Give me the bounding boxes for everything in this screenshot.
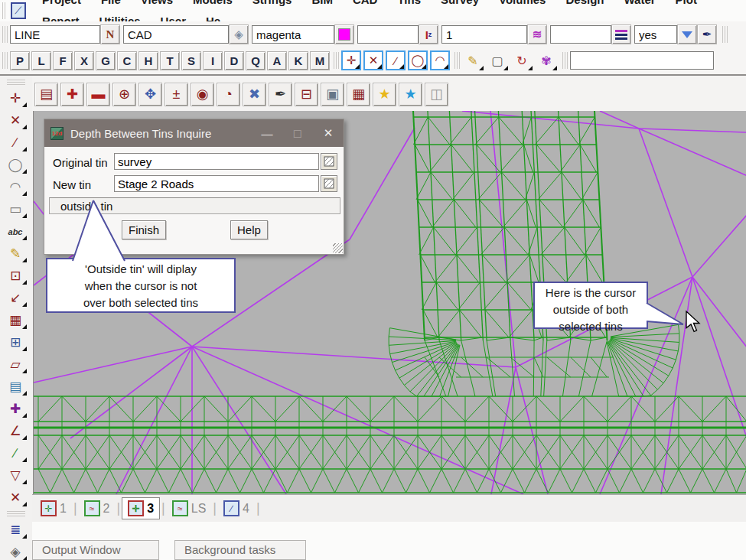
menu-item-design[interactable]: Design <box>555 0 614 11</box>
create-rectangle-icon[interactable]: ▭ <box>2 199 28 220</box>
menu-item-bim[interactable]: BIM <box>301 0 343 11</box>
cad-letter-button-c[interactable]: C <box>117 51 137 70</box>
toolbar-grip[interactable] <box>7 511 25 516</box>
pan-icon[interactable]: ✥ <box>138 83 162 106</box>
weight-input[interactable] <box>441 25 527 44</box>
toolbar-grip[interactable] <box>2 52 8 69</box>
function-input[interactable] <box>10 25 100 44</box>
view-tab-1[interactable]: ✛1 <box>35 498 72 519</box>
edit-pencil-icon[interactable]: ✎ <box>2 243 28 264</box>
cad-letter-button-p[interactable]: P <box>10 51 30 70</box>
cad-letter-button-q[interactable]: Q <box>246 51 265 70</box>
create-circle-icon[interactable]: ◯ <box>2 155 28 175</box>
cad-letter-button-a[interactable]: A <box>267 51 287 70</box>
background-tasks-panel[interactable]: Background tasks <box>174 540 306 560</box>
dialog-resize-grip[interactable] <box>333 243 343 253</box>
new-tin-picker-button[interactable] <box>321 175 337 192</box>
menu-item-water[interactable]: Water <box>614 0 665 11</box>
toolbar-grip[interactable] <box>2 2 7 19</box>
saved-views-icon[interactable]: ▤ <box>34 83 58 106</box>
toolbar-grip[interactable] <box>562 52 568 69</box>
cad-letter-button-l[interactable]: L <box>31 51 51 70</box>
tin-solid-icon[interactable]: ◈ <box>2 542 28 560</box>
view-tab-2[interactable]: ≈2 <box>79 498 116 519</box>
linestyle-input[interactable] <box>550 25 611 44</box>
menu-item-tins[interactable]: Tins <box>387 0 431 11</box>
colour-line-icon[interactable]: ∕ <box>2 443 28 464</box>
snap-arc-icon[interactable]: ◠ <box>430 50 450 70</box>
menu-item-views[interactable]: Views <box>131 0 183 11</box>
point-box-icon[interactable]: ⊡ <box>2 265 28 286</box>
copy-view-icon[interactable]: ▣ <box>321 83 344 106</box>
favourite-star-blue-icon[interactable]: ★ <box>399 83 422 106</box>
cad-page-icon[interactable]: ▢ <box>487 50 508 70</box>
menu-item-volumes[interactable]: Volumes <box>489 0 555 11</box>
toolbar-grip[interactable] <box>7 80 25 85</box>
view-tab-ls[interactable]: ≈LS <box>167 498 212 519</box>
image-icon[interactable]: ▤ <box>2 376 28 397</box>
close-button[interactable]: ✕ <box>313 126 344 140</box>
menu-item-survey[interactable]: Survey <box>431 0 489 11</box>
cad-letter-button-x[interactable]: X <box>74 51 94 70</box>
breakline-wave-icon[interactable]: ≋ <box>527 24 547 44</box>
redraw-icon[interactable]: ✒ <box>269 83 292 106</box>
new-tin-input[interactable] <box>114 175 319 192</box>
toolbar-grip[interactable] <box>722 26 728 43</box>
cad-letter-button-s[interactable]: S <box>181 51 201 70</box>
tinable-input[interactable] <box>634 25 677 44</box>
toolbar-grip[interactable] <box>2 26 8 43</box>
cad-pencil-icon[interactable]: ✎ <box>462 50 484 70</box>
eyedropper-icon[interactable]: ✒ <box>697 24 717 44</box>
delete-view-icon[interactable]: ✖ <box>243 83 266 106</box>
original-tin-picker-button[interactable] <box>321 153 337 170</box>
favourite-star-gold-icon[interactable]: ★ <box>373 83 396 106</box>
move-icon[interactable]: ✚ <box>2 399 28 419</box>
dialog-title-bar[interactable]: 12d Depth Between Tins Inquire — ◻ ✕ <box>44 119 344 147</box>
name-button[interactable]: N <box>100 24 120 44</box>
tinable-dropdown-button[interactable] <box>677 24 697 44</box>
layout-panes-icon[interactable]: ◫ <box>425 83 448 106</box>
zoom-level-icon[interactable]: ± <box>165 83 188 106</box>
menu-item-cad[interactable]: CAD <box>343 0 388 11</box>
measure-arrow-icon[interactable]: ↙ <box>2 288 28 308</box>
cad-letter-button-i[interactable]: I <box>203 51 223 70</box>
menu-item-plot[interactable]: Plot <box>666 0 707 11</box>
output-list-icon[interactable]: ≣ <box>2 519 28 540</box>
toolbar-grip[interactable] <box>454 52 460 69</box>
create-point-icon[interactable]: ✛ <box>2 88 28 109</box>
create-line-icon[interactable]: ∕ <box>2 132 28 153</box>
menu-item-strings[interactable]: Strings <box>243 0 302 11</box>
polygon-icon[interactable]: ▱ <box>2 354 28 375</box>
window-add-icon[interactable]: ⊞ <box>2 332 28 353</box>
height-z-icon[interactable]: Iz <box>419 24 438 44</box>
view-tab-4[interactable]: ∕4 <box>218 498 255 519</box>
cad-letter-button-k[interactable]: K <box>288 51 308 70</box>
toolbar-grip[interactable] <box>334 52 339 69</box>
create-arc-icon[interactable]: ◠ <box>2 177 28 197</box>
snap-node-icon[interactable]: ✕ <box>363 50 383 70</box>
height-input[interactable] <box>357 25 419 44</box>
cad-redo-icon[interactable]: ↻ <box>511 50 533 70</box>
output-window-panel[interactable]: Output Window <box>32 540 159 560</box>
colour-swatch-button[interactable] <box>334 24 354 44</box>
plot-view-icon[interactable]: ⊟ <box>295 83 318 106</box>
view-grid-icon[interactable]: ▦ <box>347 83 370 106</box>
cad-spiral-icon[interactable]: ✾ <box>536 50 557 70</box>
cad-letter-button-h[interactable]: H <box>138 51 158 70</box>
original-tin-input[interactable] <box>114 153 319 170</box>
menu-item-file[interactable]: File <box>91 0 131 11</box>
command-input[interactable] <box>570 51 714 70</box>
models-icon[interactable]: ◈ <box>229 24 249 44</box>
create-node-icon[interactable]: ✕ <box>2 110 28 131</box>
zoom-out-icon[interactable]: ▬ <box>86 83 110 106</box>
snap-line-icon[interactable]: ∕ <box>386 50 406 70</box>
help-button[interactable]: Help <box>230 220 268 239</box>
cad-letter-button-m[interactable]: M <box>310 51 330 70</box>
create-text-icon[interactable]: abc <box>2 221 28 242</box>
shield-polygon-icon[interactable]: ▽ <box>2 465 28 486</box>
delete-point-icon[interactable]: ✕ <box>2 487 28 508</box>
cad-letter-button-t[interactable]: T <box>160 51 180 70</box>
view-tab-3[interactable]: ✛3 <box>122 497 160 519</box>
angle-point-icon[interactable]: ∠ <box>2 421 28 441</box>
zoom-previous-icon[interactable]: ◔ <box>217 83 240 106</box>
